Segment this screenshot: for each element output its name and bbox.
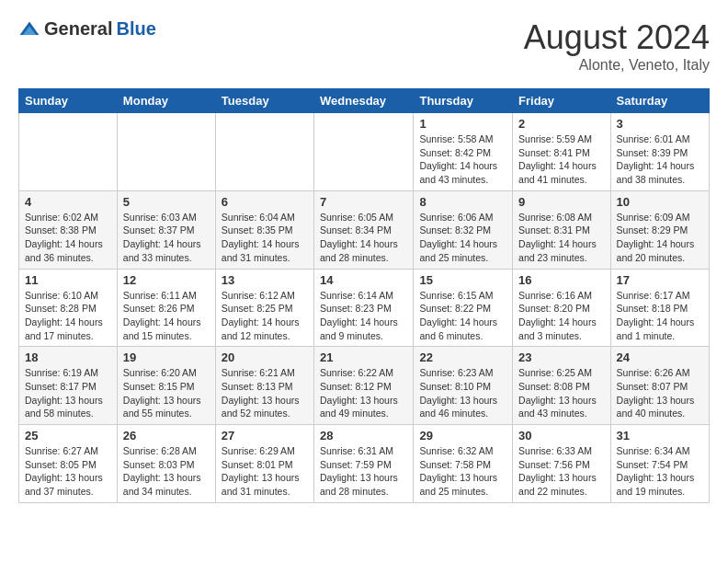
day-info: Sunrise: 6:29 AM Sunset: 8:01 PM Dayligh… xyxy=(222,444,308,499)
day-info: Sunrise: 6:03 AM Sunset: 8:37 PM Dayligh… xyxy=(123,211,210,265)
calendar-cell xyxy=(117,113,215,191)
weekday-header-sunday: Sunday xyxy=(19,89,118,113)
weekday-header-thursday: Thursday xyxy=(414,89,513,113)
day-info: Sunrise: 6:15 AM Sunset: 8:22 PM Dayligh… xyxy=(419,289,506,343)
day-number: 30 xyxy=(518,429,604,442)
calendar-cell: 3Sunrise: 6:01 AM Sunset: 8:39 PM Daylig… xyxy=(610,113,709,191)
weekday-header-monday: Monday xyxy=(117,89,215,113)
day-number: 31 xyxy=(617,429,703,442)
calendar-table: SundayMondayTuesdayWednesdayThursdayFrid… xyxy=(18,88,710,503)
calendar-cell: 16Sunrise: 6:16 AM Sunset: 8:20 PM Dayli… xyxy=(513,269,610,347)
header: GeneralBlue August 2024 Alonte, Veneto, … xyxy=(18,18,710,74)
logo-blue: Blue xyxy=(116,18,155,40)
calendar-week-row: 4Sunrise: 6:02 AM Sunset: 8:38 PM Daylig… xyxy=(19,190,710,269)
calendar-cell: 12Sunrise: 6:11 AM Sunset: 8:26 PM Dayli… xyxy=(117,269,215,347)
day-number: 12 xyxy=(123,273,210,287)
calendar-cell: 6Sunrise: 6:04 AM Sunset: 8:35 PM Daylig… xyxy=(215,190,313,269)
logo: GeneralBlue xyxy=(18,18,156,40)
day-number: 19 xyxy=(123,350,210,364)
logo-icon xyxy=(18,20,40,39)
day-number: 5 xyxy=(123,195,210,209)
day-info: Sunrise: 6:22 AM Sunset: 8:12 PM Dayligh… xyxy=(320,366,407,420)
calendar-cell: 18Sunrise: 6:19 AM Sunset: 8:17 PM Dayli… xyxy=(19,347,118,425)
day-info: Sunrise: 6:10 AM Sunset: 8:28 PM Dayligh… xyxy=(25,289,111,343)
calendar-cell: 11Sunrise: 6:10 AM Sunset: 8:28 PM Dayli… xyxy=(19,269,118,347)
weekday-header-saturday: Saturday xyxy=(610,89,709,113)
day-info: Sunrise: 6:09 AM Sunset: 8:29 PM Dayligh… xyxy=(617,211,703,265)
day-number: 9 xyxy=(518,195,604,209)
day-info: Sunrise: 6:06 AM Sunset: 8:32 PM Dayligh… xyxy=(419,211,506,265)
calendar-cell: 2Sunrise: 5:59 AM Sunset: 8:41 PM Daylig… xyxy=(513,113,610,191)
day-info: Sunrise: 6:21 AM Sunset: 8:13 PM Dayligh… xyxy=(222,366,308,420)
day-info: Sunrise: 6:20 AM Sunset: 8:15 PM Dayligh… xyxy=(123,366,210,420)
day-info: Sunrise: 6:01 AM Sunset: 8:39 PM Dayligh… xyxy=(617,132,703,187)
day-info: Sunrise: 6:28 AM Sunset: 8:03 PM Dayligh… xyxy=(123,444,210,499)
day-number: 24 xyxy=(617,350,703,364)
day-info: Sunrise: 6:19 AM Sunset: 8:17 PM Dayligh… xyxy=(25,366,111,420)
day-info: Sunrise: 6:23 AM Sunset: 8:10 PM Dayligh… xyxy=(419,366,506,420)
day-number: 13 xyxy=(222,273,308,287)
calendar-week-row: 11Sunrise: 6:10 AM Sunset: 8:28 PM Dayli… xyxy=(19,269,710,347)
calendar-cell: 24Sunrise: 6:26 AM Sunset: 8:07 PM Dayli… xyxy=(610,347,709,425)
day-number: 21 xyxy=(320,350,407,364)
calendar-cell: 26Sunrise: 6:28 AM Sunset: 8:03 PM Dayli… xyxy=(117,425,215,503)
calendar-week-row: 18Sunrise: 6:19 AM Sunset: 8:17 PM Dayli… xyxy=(19,347,710,425)
day-info: Sunrise: 6:16 AM Sunset: 8:20 PM Dayligh… xyxy=(518,289,604,343)
calendar-cell: 14Sunrise: 6:14 AM Sunset: 8:23 PM Dayli… xyxy=(314,269,414,347)
calendar-cell: 19Sunrise: 6:20 AM Sunset: 8:15 PM Dayli… xyxy=(117,347,215,425)
day-number: 20 xyxy=(222,350,308,364)
day-info: Sunrise: 5:58 AM Sunset: 8:42 PM Dayligh… xyxy=(419,132,506,187)
day-number: 27 xyxy=(222,429,308,442)
day-info: Sunrise: 6:14 AM Sunset: 8:23 PM Dayligh… xyxy=(320,289,407,343)
calendar-cell: 5Sunrise: 6:03 AM Sunset: 8:37 PM Daylig… xyxy=(117,190,215,269)
location-subtitle: Alonte, Veneto, Italy xyxy=(524,57,710,74)
day-number: 4 xyxy=(25,195,111,209)
day-number: 28 xyxy=(320,429,407,442)
day-number: 8 xyxy=(419,195,506,209)
day-number: 1 xyxy=(419,117,506,131)
day-info: Sunrise: 6:08 AM Sunset: 8:31 PM Dayligh… xyxy=(518,211,604,265)
day-info: Sunrise: 6:04 AM Sunset: 8:35 PM Dayligh… xyxy=(222,211,308,265)
calendar-cell: 7Sunrise: 6:05 AM Sunset: 8:34 PM Daylig… xyxy=(314,190,414,269)
calendar-cell: 17Sunrise: 6:17 AM Sunset: 8:18 PM Dayli… xyxy=(610,269,709,347)
calendar-cell xyxy=(314,113,414,191)
day-number: 23 xyxy=(518,350,604,364)
day-info: Sunrise: 6:27 AM Sunset: 8:05 PM Dayligh… xyxy=(25,444,111,499)
day-info: Sunrise: 6:17 AM Sunset: 8:18 PM Dayligh… xyxy=(617,289,703,343)
day-info: Sunrise: 6:33 AM Sunset: 7:56 PM Dayligh… xyxy=(518,444,604,499)
calendar-week-row: 25Sunrise: 6:27 AM Sunset: 8:05 PM Dayli… xyxy=(19,425,710,503)
weekday-header-tuesday: Tuesday xyxy=(215,89,313,113)
weekday-header-wednesday: Wednesday xyxy=(314,89,414,113)
day-number: 29 xyxy=(419,429,506,442)
day-number: 7 xyxy=(320,195,407,209)
calendar-cell: 31Sunrise: 6:34 AM Sunset: 7:54 PM Dayli… xyxy=(610,425,709,503)
logo-general: General xyxy=(44,18,112,40)
calendar-cell: 1Sunrise: 5:58 AM Sunset: 8:42 PM Daylig… xyxy=(414,113,513,191)
day-number: 6 xyxy=(222,195,308,209)
calendar-cell: 28Sunrise: 6:31 AM Sunset: 7:59 PM Dayli… xyxy=(314,425,414,503)
day-number: 2 xyxy=(518,117,604,131)
day-info: Sunrise: 6:25 AM Sunset: 8:08 PM Dayligh… xyxy=(518,366,604,420)
day-number: 26 xyxy=(123,429,210,442)
day-info: Sunrise: 6:11 AM Sunset: 8:26 PM Dayligh… xyxy=(123,289,210,343)
calendar-cell: 25Sunrise: 6:27 AM Sunset: 8:05 PM Dayli… xyxy=(19,425,118,503)
day-number: 3 xyxy=(617,117,703,131)
day-info: Sunrise: 6:34 AM Sunset: 7:54 PM Dayligh… xyxy=(617,444,703,499)
calendar-cell: 15Sunrise: 6:15 AM Sunset: 8:22 PM Dayli… xyxy=(414,269,513,347)
calendar-cell: 23Sunrise: 6:25 AM Sunset: 8:08 PM Dayli… xyxy=(513,347,610,425)
day-number: 15 xyxy=(419,273,506,287)
calendar-week-row: 1Sunrise: 5:58 AM Sunset: 8:42 PM Daylig… xyxy=(19,113,710,191)
day-info: Sunrise: 6:02 AM Sunset: 8:38 PM Dayligh… xyxy=(25,211,111,265)
month-title: August 2024 xyxy=(524,18,710,57)
day-number: 22 xyxy=(419,350,506,364)
day-info: Sunrise: 6:31 AM Sunset: 7:59 PM Dayligh… xyxy=(320,444,407,499)
calendar-cell: 21Sunrise: 6:22 AM Sunset: 8:12 PM Dayli… xyxy=(314,347,414,425)
day-number: 18 xyxy=(25,350,111,364)
day-number: 16 xyxy=(518,273,604,287)
day-number: 14 xyxy=(320,273,407,287)
calendar-cell: 9Sunrise: 6:08 AM Sunset: 8:31 PM Daylig… xyxy=(513,190,610,269)
calendar-cell: 8Sunrise: 6:06 AM Sunset: 8:32 PM Daylig… xyxy=(414,190,513,269)
day-number: 11 xyxy=(25,273,111,287)
calendar-cell: 4Sunrise: 6:02 AM Sunset: 8:38 PM Daylig… xyxy=(19,190,118,269)
day-info: Sunrise: 6:12 AM Sunset: 8:25 PM Dayligh… xyxy=(222,289,308,343)
